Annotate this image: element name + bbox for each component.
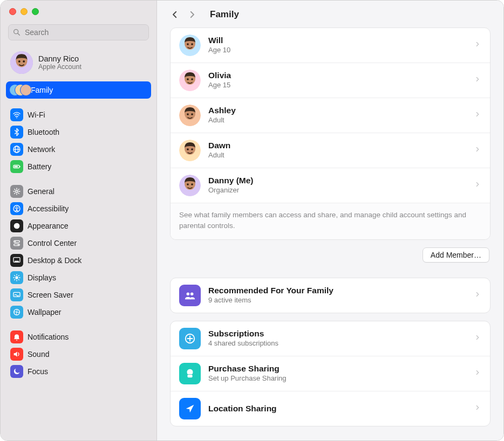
sidebar-item-label: Displays [28, 273, 56, 282]
sidebar-item-label: Battery [28, 162, 51, 171]
recommended-sub: 9 active items [208, 296, 466, 305]
display-icon [10, 271, 23, 284]
appearance-icon [10, 219, 23, 232]
sidebar-item-label: Focus [28, 367, 48, 376]
sidebar-item-network[interactable]: Network [6, 141, 151, 158]
purchase-sharing-sub: Set up Purchase Sharing [208, 374, 466, 383]
family-member-row[interactable]: WillAge 10 [171, 28, 490, 63]
search-field-container [8, 24, 149, 40]
member-name: Dawn [208, 141, 466, 151]
location-sharing-icon [179, 398, 201, 419]
subscriptions-row[interactable]: Subscriptions 4 shared subscriptions [171, 321, 490, 356]
bluetooth-icon [10, 126, 23, 139]
location-sharing-row[interactable]: Location Sharing [171, 391, 490, 426]
sidebar-item-accessibility[interactable]: Accessibility [6, 200, 151, 217]
family-icon [9, 84, 29, 97]
accessibility-icon [10, 202, 23, 215]
sidebar-item-sound[interactable]: Sound [6, 346, 151, 363]
sidebar-item-focus[interactable]: Focus [6, 363, 151, 380]
sidebar-item-desktop-dock[interactable]: Desktop & Dock [6, 252, 151, 269]
sidebar-item-wallpaper[interactable]: Wallpaper [6, 304, 151, 321]
chevron-right-icon [474, 40, 481, 50]
sidebar-item-notifications[interactable]: Notifications [6, 328, 151, 346]
recommended-icon [179, 285, 201, 306]
switches-icon [10, 237, 23, 250]
member-avatar [179, 105, 201, 126]
sidebar-item-appearance[interactable]: Appearance [6, 217, 151, 235]
zoom-window-button[interactable] [32, 8, 39, 15]
account-avatar [10, 51, 33, 74]
apple-account-row[interactable]: Danny Rico Apple Account [1, 46, 156, 81]
account-name: Danny Rico [38, 54, 81, 63]
sidebar-item-label: Sound [28, 350, 49, 359]
sidebar-item-label: Network [28, 145, 55, 154]
chevron-right-icon [474, 291, 481, 300]
sidebar-item-screen-saver[interactable]: Screen Saver [6, 286, 151, 304]
gear-icon [10, 185, 23, 198]
location-sharing-title: Location Sharing [208, 404, 466, 414]
sidebar-item-label: Control Center [28, 239, 77, 247]
sidebar-item-control-center[interactable]: Control Center [6, 235, 151, 252]
content-pane: Family WillAge 10OliviaAge 15AshleyAdult… [157, 1, 503, 440]
sidebar-item-label: Bluetooth [28, 128, 59, 136]
chevron-right-icon [474, 334, 481, 343]
sharing-panel: Subscriptions 4 shared subscriptions Pur… [170, 321, 491, 426]
sidebar-item-family[interactable]: Family [6, 81, 151, 99]
chevron-right-icon [474, 75, 481, 85]
sidebar-item-label: Desktop & Dock [28, 256, 81, 265]
sidebar-item-label: Family [31, 86, 53, 94]
subscriptions-sub: 4 shared subscriptions [208, 339, 466, 348]
settings-window: Danny Rico Apple Account Family Wi-FiBlu… [0, 0, 504, 441]
content-header: Family [157, 1, 503, 25]
sidebar-item-label: Wallpaper [28, 308, 62, 316]
family-member-row[interactable]: AshleyAdult [171, 98, 490, 133]
sidebar-item-label: General [28, 187, 55, 196]
purchase-sharing-title: Purchase Sharing [208, 364, 466, 374]
window-controls [1, 1, 156, 20]
recommended-row[interactable]: Recommended For Your Family 9 active ite… [171, 278, 490, 313]
chevron-right-icon [474, 181, 481, 190]
family-member-row[interactable]: DawnAdult [171, 133, 490, 168]
chevron-right-icon [474, 369, 481, 378]
close-window-button[interactable] [9, 8, 16, 15]
sidebar-item-label: Wi-Fi [28, 111, 45, 119]
sidebar-item-wi-fi[interactable]: Wi-Fi [6, 106, 151, 123]
subscriptions-icon [179, 328, 201, 349]
sidebar-item-displays[interactable]: Displays [6, 269, 151, 286]
globe-icon [10, 143, 23, 156]
sidebar-item-battery[interactable]: Battery [6, 158, 151, 175]
purchase-sharing-icon [179, 363, 201, 384]
family-member-row[interactable]: Danny (Me)Organizer [171, 168, 490, 203]
nav-forward-button[interactable] [185, 8, 199, 21]
member-status: Adult [208, 116, 466, 125]
member-name: Danny (Me) [208, 176, 466, 186]
member-avatar [179, 70, 201, 91]
screensaver-icon [10, 288, 23, 301]
search-input[interactable] [8, 24, 149, 40]
account-sub: Apple Account [38, 63, 81, 71]
member-name: Will [208, 36, 466, 46]
chevron-right-icon [474, 146, 481, 155]
wallpaper-icon [10, 306, 23, 319]
sidebar-item-bluetooth[interactable]: Bluetooth [6, 123, 151, 141]
page-title: Family [210, 9, 239, 20]
family-members-panel: WillAge 10OliviaAge 15AshleyAdultDawnAdu… [170, 27, 491, 240]
sidebar-item-label: Notifications [28, 333, 69, 341]
subscriptions-title: Subscriptions [208, 329, 466, 339]
sidebar-item-label: Accessibility [28, 204, 69, 213]
sidebar-list: Family Wi-FiBluetoothNetworkBatteryGener… [1, 81, 156, 380]
member-name: Olivia [208, 71, 466, 81]
bell-icon [10, 330, 23, 343]
minimize-window-button[interactable] [21, 8, 28, 15]
chevron-right-icon [474, 404, 481, 414]
family-member-row[interactable]: OliviaAge 15 [171, 63, 490, 98]
sidebar-item-general[interactable]: General [6, 183, 151, 200]
add-member-button[interactable]: Add Member… [423, 247, 489, 263]
purchase-sharing-row[interactable]: Purchase Sharing Set up Purchase Sharing [171, 356, 490, 391]
nav-back-button[interactable] [168, 8, 182, 21]
members-footer-note: See what family members can access and s… [171, 203, 490, 239]
nav-controls [168, 8, 199, 21]
sidebar-item-label: Screen Saver [28, 291, 73, 299]
member-status: Age 15 [208, 81, 466, 90]
dock-icon [10, 254, 23, 267]
